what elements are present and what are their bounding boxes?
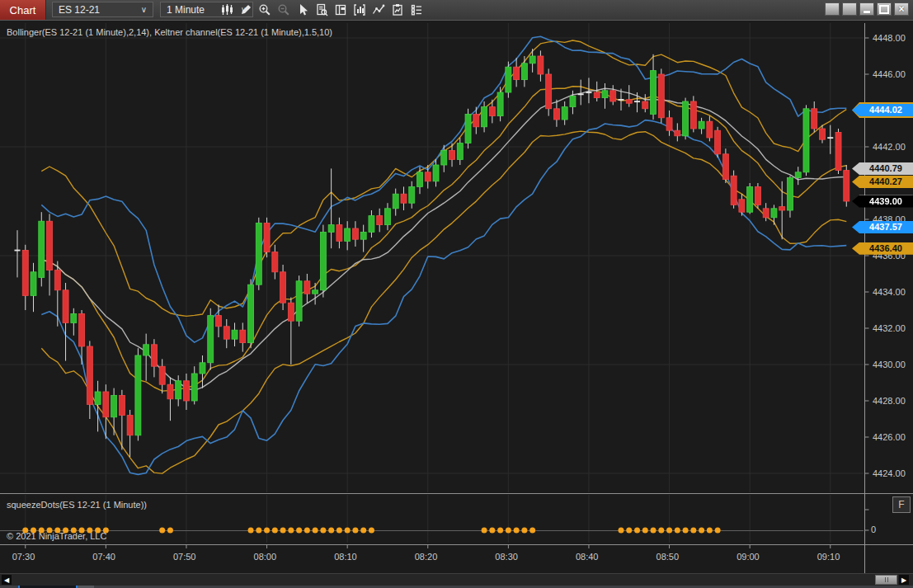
properties-icon[interactable]	[410, 2, 423, 18]
price-tick-label: 4442.00	[873, 142, 906, 152]
indicators-icon[interactable]	[372, 2, 385, 18]
time-tick-label: 09:10	[817, 552, 840, 562]
maximize-icon	[879, 5, 889, 14]
squeeze-zero-label: 0	[871, 524, 876, 534]
price-tick-label: 4424.00	[873, 468, 906, 478]
chevron-down-icon: ∨	[141, 5, 147, 14]
price-tick-label: 4426.00	[873, 432, 906, 442]
scroll-left-button[interactable]: ◀	[2, 575, 12, 585]
price-tag-last: 4439.00	[852, 195, 913, 208]
minimize-button[interactable]	[859, 2, 874, 16]
time-tick-label: 07:30	[12, 552, 35, 562]
minimize-icon	[864, 11, 870, 13]
cursor-icon[interactable]	[296, 2, 309, 18]
price-tick-label: 4428.00	[873, 396, 906, 406]
squeeze-panel-label: squeezeDots(ES 12-21 (1 Minute))	[7, 500, 147, 510]
time-tick-label: 08:40	[576, 552, 599, 562]
chart-style-icon[interactable]	[220, 2, 233, 18]
price-tick-label: 4430.00	[873, 360, 906, 369]
instrument-select[interactable]: ES 12-21 ∨	[52, 2, 153, 17]
chart-trader-icon[interactable]	[334, 2, 347, 18]
bar-type-icon[interactable]	[353, 2, 366, 18]
bollinger-upper-line	[41, 36, 846, 342]
price-tick-label: 4432.00	[873, 323, 906, 333]
indicator-label: Bollinger(ES 12-21 (1 Minute),2,14), Kel…	[7, 27, 332, 37]
strategies-icon[interactable]	[391, 2, 404, 18]
toolbar: Chart ES 12-21 ∨ 1 Minute ∨ ×	[0, 0, 913, 21]
bollinger-middle-line	[41, 88, 846, 390]
gridlines	[0, 23, 864, 543]
price-tag-gold: 4436.40	[852, 242, 913, 255]
instrument-select-value: ES 12-21	[59, 4, 100, 16]
window-blank-button-1[interactable]	[825, 2, 840, 16]
scrollbar-thumb[interactable]	[875, 575, 897, 585]
price-tick-label: 4448.00	[873, 33, 906, 43]
price-tag-blue: 4444.02	[852, 104, 913, 116]
price-tick-label: 4434.00	[873, 287, 906, 297]
window-blank-button-2[interactable]	[842, 2, 857, 16]
keltner-middle-line	[41, 87, 846, 391]
maximize-button[interactable]	[877, 2, 892, 16]
time-tick-label: 08:20	[415, 552, 438, 562]
scroll-right-button[interactable]: ▶	[899, 575, 909, 585]
chart-window-button[interactable]: Chart	[0, 0, 46, 20]
price-tag-gray: 4440.79	[852, 162, 913, 175]
time-tick-label: 08:10	[334, 552, 357, 562]
draw-icon[interactable]	[239, 2, 252, 18]
panel-focus-button[interactable]: F	[892, 496, 911, 513]
time-tick-label: 08:00	[254, 552, 277, 562]
time-tick-label: 07:50	[173, 552, 196, 562]
zoom-out-icon	[277, 2, 290, 18]
close-icon: ×	[898, 3, 904, 15]
interval-select-value: 1 Minute	[167, 4, 205, 16]
price-tag-gold: 4440.27	[852, 176, 913, 188]
close-button[interactable]: ×	[894, 2, 909, 16]
data-box-icon[interactable]	[315, 2, 328, 18]
toolbar-icons	[220, 2, 423, 18]
price-tag-blue: 4437.57	[852, 221, 913, 233]
copyright-label: © 2021 NinjaTrader, LLC	[7, 531, 106, 541]
time-tick-label: 08:30	[495, 552, 518, 562]
time-tick-label: 07:40	[92, 552, 115, 562]
time-tick-label: 08:50	[657, 552, 680, 562]
horizontal-scrollbar[interactable]	[0, 573, 913, 586]
price-tick-label: 4446.00	[873, 69, 906, 79]
window-controls: ×	[825, 2, 909, 16]
candles	[15, 49, 849, 457]
zoom-in-icon[interactable]	[258, 2, 271, 18]
time-tick-label: 09:00	[737, 552, 760, 562]
chart-window: Chart ES 12-21 ∨ 1 Minute ∨ ×	[0, 0, 913, 588]
